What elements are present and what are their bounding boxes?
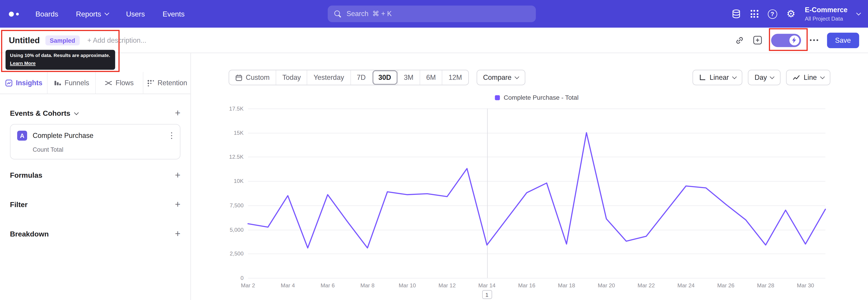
sampling-toggle[interactable] bbox=[771, 33, 801, 47]
range-30d[interactable]: 30D bbox=[372, 70, 397, 85]
range-label: 3M bbox=[404, 74, 414, 81]
y-axis-tick-label: 5,000 bbox=[209, 227, 244, 233]
section-label: Breakdown bbox=[10, 230, 49, 238]
settings-gear-icon[interactable]: ⚙ bbox=[786, 9, 796, 19]
y-axis-tick-label: 15K bbox=[209, 130, 244, 136]
nav-item-reports[interactable]: Reports bbox=[76, 10, 108, 18]
series-line[interactable] bbox=[248, 133, 825, 248]
y-axis-tick-label: 0 bbox=[209, 275, 244, 281]
chart-legend: Complete Purchase - Total bbox=[248, 94, 825, 100]
range-custom[interactable]: Custom bbox=[229, 70, 276, 85]
y-axis-tick-label: 7,500 bbox=[209, 202, 244, 208]
range-label: 12M bbox=[448, 74, 462, 81]
x-axis-tick-label: Mar 16 bbox=[518, 282, 535, 289]
legend-swatch bbox=[495, 95, 500, 100]
nav-item-events[interactable]: Events bbox=[162, 10, 184, 18]
app: Boards Reports Users Events ? ⚙ E-Commer… bbox=[0, 0, 868, 300]
retention-icon bbox=[147, 79, 154, 87]
granularity-selector[interactable]: Day bbox=[748, 70, 780, 86]
breakdown-section: Breakdown + bbox=[0, 229, 190, 239]
button-label: Day bbox=[754, 74, 767, 81]
report-type-tabs: Insights Funnels Flows Retention bbox=[0, 72, 190, 94]
copy-link-icon[interactable] bbox=[735, 36, 744, 44]
button-label: Linear bbox=[710, 74, 729, 81]
x-axis-tick-label: Mar 8 bbox=[360, 282, 375, 289]
x-axis-tick-label: Mar 20 bbox=[598, 282, 615, 289]
add-description-field[interactable]: + Add description... bbox=[87, 36, 146, 44]
nav-label: Users bbox=[126, 10, 145, 18]
button-label: Compare bbox=[483, 74, 512, 81]
chart-controls: Linear Day Line bbox=[692, 70, 830, 86]
funnels-icon bbox=[54, 79, 61, 87]
tooltip-message: Using 10% of data. Results are approxima… bbox=[10, 53, 111, 59]
range-12m[interactable]: 12M bbox=[442, 70, 468, 85]
add-filter-button[interactable]: + bbox=[175, 200, 180, 209]
date-range-segmented-control: Custom Today Yesterday 7D 30D 3M 6M 12M bbox=[228, 70, 469, 86]
tab-funnels[interactable]: Funnels bbox=[48, 72, 95, 94]
sampled-badge[interactable]: Sampled bbox=[45, 35, 79, 45]
events-cohorts-title[interactable]: Events & Cohorts bbox=[10, 109, 78, 117]
mixpanel-logo-icon[interactable] bbox=[9, 11, 19, 16]
annotation-marker[interactable]: 1 bbox=[482, 290, 492, 299]
event-card[interactable]: A Complete Purchase Count Total bbox=[10, 124, 180, 160]
event-metric[interactable]: Count Total bbox=[33, 146, 173, 153]
nav-label: Boards bbox=[35, 10, 58, 18]
report-header-actions: Save bbox=[735, 32, 859, 48]
help-icon[interactable]: ? bbox=[768, 9, 777, 19]
section-label: Events & Cohorts bbox=[10, 109, 70, 117]
range-yesterday[interactable]: Yesterday bbox=[307, 70, 350, 85]
report-title[interactable]: Untitled bbox=[9, 35, 40, 45]
tab-retention[interactable]: Retention bbox=[143, 72, 191, 94]
event-name: Complete Purchase bbox=[33, 132, 93, 140]
flows-icon bbox=[104, 79, 112, 87]
add-to-board-icon[interactable] bbox=[752, 35, 762, 45]
scale-selector[interactable]: Linear bbox=[692, 70, 742, 86]
range-label: Today bbox=[282, 74, 301, 81]
add-formula-button[interactable]: + bbox=[175, 171, 180, 180]
tab-label: Insights bbox=[16, 79, 42, 87]
save-button[interactable]: Save bbox=[827, 32, 859, 48]
chart-canvas[interactable]: 02,5005,0007,50010K12.5K15K17.5KMar 2Mar… bbox=[191, 53, 868, 300]
chevron-down-icon[interactable] bbox=[856, 11, 861, 16]
search-input[interactable] bbox=[346, 10, 529, 18]
chevron-down-icon bbox=[515, 74, 519, 79]
help-glyph: ? bbox=[771, 11, 774, 17]
tab-insights[interactable]: Insights bbox=[0, 72, 48, 94]
add-event-button[interactable]: + bbox=[175, 109, 180, 118]
add-breakdown-button[interactable]: + bbox=[175, 229, 180, 239]
range-today[interactable]: Today bbox=[276, 70, 307, 85]
range-7d[interactable]: 7D bbox=[350, 70, 372, 85]
range-label: 30D bbox=[378, 74, 391, 81]
report-header: Untitled Sampled + Add description... bbox=[0, 28, 868, 53]
y-axis-tick-label: 2,500 bbox=[209, 251, 244, 257]
nav-item-boards[interactable]: Boards bbox=[35, 10, 58, 18]
project-subtitle: All Project Data bbox=[805, 15, 848, 22]
x-axis-tick-label: Mar 26 bbox=[717, 282, 735, 289]
primary-nav: Boards Reports Users Events bbox=[35, 10, 185, 18]
chevron-down-icon bbox=[820, 74, 825, 79]
nav-item-users[interactable]: Users bbox=[126, 10, 145, 18]
data-management-icon[interactable] bbox=[731, 9, 741, 19]
calendar-icon bbox=[235, 74, 243, 81]
tab-flows[interactable]: Flows bbox=[95, 72, 143, 94]
nav-label: Events bbox=[162, 10, 184, 18]
tooltip-learn-more-link[interactable]: Learn More bbox=[10, 60, 111, 66]
chart-type-selector[interactable]: Line bbox=[786, 70, 830, 86]
navbar-right: ? ⚙ E-Commerce All Project Data bbox=[731, 0, 860, 28]
more-options-icon[interactable] bbox=[810, 39, 818, 41]
range-6m[interactable]: 6M bbox=[420, 70, 442, 85]
nav-label: Reports bbox=[76, 10, 101, 18]
global-search[interactable] bbox=[328, 5, 536, 22]
events-cohorts-header: Events & Cohorts + bbox=[0, 109, 190, 118]
scale-wrapper: Boards Reports Users Events ? ⚙ E-Commer… bbox=[0, 0, 868, 300]
apps-grid-icon[interactable] bbox=[750, 10, 758, 18]
y-axis-tick-label: 17.5K bbox=[209, 106, 244, 112]
page-body: Insights Funnels Flows Retention Events bbox=[0, 53, 868, 300]
series-line-svg bbox=[248, 109, 825, 278]
x-axis-tick-label: Mar 12 bbox=[438, 282, 456, 289]
project-switcher[interactable]: E-Commerce All Project Data bbox=[805, 6, 848, 22]
event-menu-icon[interactable] bbox=[170, 131, 174, 140]
y-axis-tick-label: 10K bbox=[209, 178, 244, 184]
compare-button[interactable]: Compare bbox=[476, 70, 525, 86]
range-3m[interactable]: 3M bbox=[397, 70, 420, 85]
